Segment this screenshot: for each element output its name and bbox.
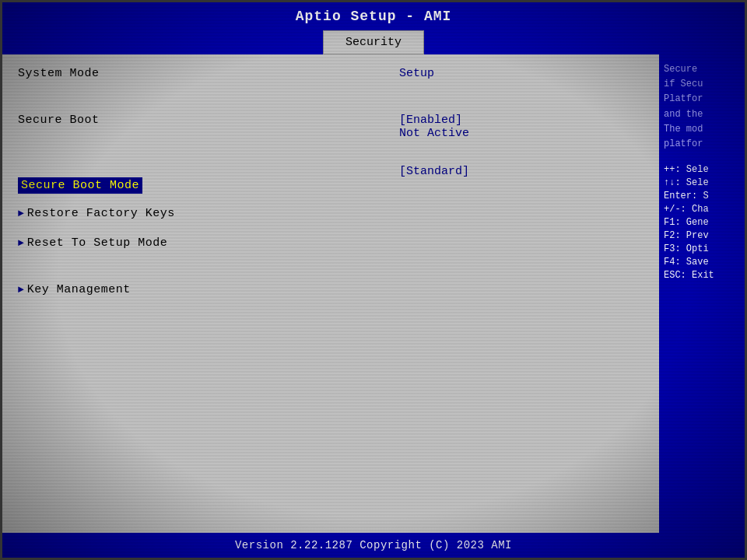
help-key-7: F3: Opti: [664, 243, 740, 254]
help-key-3: Enter: S: [664, 191, 740, 201]
help-line-2: if Secu: [664, 77, 740, 92]
system-mode-row: System Mode: [18, 67, 391, 89]
secure-boot-label: Secure Boot: [18, 114, 100, 127]
footer-text: Version 2.22.1287 Copyright (C) 2023 AMI: [235, 539, 512, 551]
secure-boot-row: Secure Boot: [18, 114, 391, 135]
center-panel: System Mode Secure Boot Secure Boot Mode: [2, 54, 659, 533]
secure-boot-enabled-value: [Enabled]: [399, 114, 462, 127]
help-panel: Secure if Secu Platfor and the The mod p…: [659, 54, 745, 533]
secure-boot-active-value: Not Active: [399, 127, 469, 140]
help-key-1: ++: Sele: [664, 164, 740, 175]
footer-bar: Version 2.22.1287 Copyright (C) 2023 AMI: [2, 533, 745, 558]
help-key-5: F1: Gene: [664, 217, 740, 228]
secure-boot-mode-value-row: [Standard]: [399, 165, 644, 187]
bios-screen: Aptio Setup - AMI Security System Mode S…: [0, 0, 747, 560]
secure-boot-mode-value: [Standard]: [399, 165, 469, 178]
arrow-icon-3: ►: [18, 284, 24, 296]
right-column: Setup [Enabled] Not Active [Standard]: [391, 67, 644, 520]
help-key-8: F4: Save: [664, 257, 740, 268]
tab-row: Security: [2, 30, 745, 54]
spacer-1: [18, 96, 391, 106]
help-line-5: The mod: [664, 122, 740, 137]
secure-boot-mode-row[interactable]: Secure Boot Mode: [18, 177, 391, 199]
tab-security[interactable]: Security: [323, 30, 424, 54]
secure-boot-value-row: [Enabled] Not Active: [399, 114, 644, 140]
key-management-row[interactable]: ► Key Management: [18, 283, 391, 305]
spacer-2: [18, 143, 391, 152]
system-mode-value-row: Setup: [399, 67, 644, 89]
reset-setup-mode-label: Reset To Setup Mode: [27, 236, 168, 250]
help-line-1: Secure: [664, 62, 740, 77]
help-description: Secure if Secu Platfor and the The mod p…: [664, 62, 740, 152]
system-mode-value: Setup: [399, 67, 434, 80]
help-key-4: +/-: Cha: [664, 204, 740, 215]
system-mode-label: System Mode: [18, 67, 100, 80]
restore-factory-keys-row[interactable]: ► Restore Factory Keys: [18, 207, 391, 229]
help-line-6: platfor: [664, 137, 740, 152]
help-key-2: ↑↓: Sele: [664, 177, 740, 188]
help-key-9: ESC: Exit: [664, 270, 740, 281]
help-key-6: F2: Prev: [664, 230, 740, 241]
header-title: Aptio Setup - AMI: [296, 9, 452, 24]
main-content: System Mode Secure Boot Secure Boot Mode: [2, 54, 745, 533]
left-column: System Mode Secure Boot Secure Boot Mode: [18, 67, 391, 520]
help-line-3: Platfor: [664, 92, 740, 107]
arrow-icon-1: ►: [18, 208, 24, 219]
spacer-v2: [399, 148, 644, 157]
restore-factory-keys-label: Restore Factory Keys: [27, 207, 175, 220]
secure-boot-mode-label: Secure Boot Mode: [18, 177, 142, 194]
spacer-3: [18, 160, 391, 170]
header-bar: Aptio Setup - AMI: [2, 2, 745, 30]
key-management-label: Key Management: [27, 283, 131, 296]
help-keys-section: ++: Sele ↑↓: Sele Enter: S +/-: Cha F1: …: [664, 164, 740, 281]
help-line-4: and the: [664, 107, 740, 122]
spacer-4: [18, 266, 391, 275]
reset-setup-mode-row[interactable]: ► Reset To Setup Mode: [18, 236, 391, 258]
spacer-v1: [399, 96, 644, 106]
arrow-icon-2: ►: [18, 237, 24, 249]
